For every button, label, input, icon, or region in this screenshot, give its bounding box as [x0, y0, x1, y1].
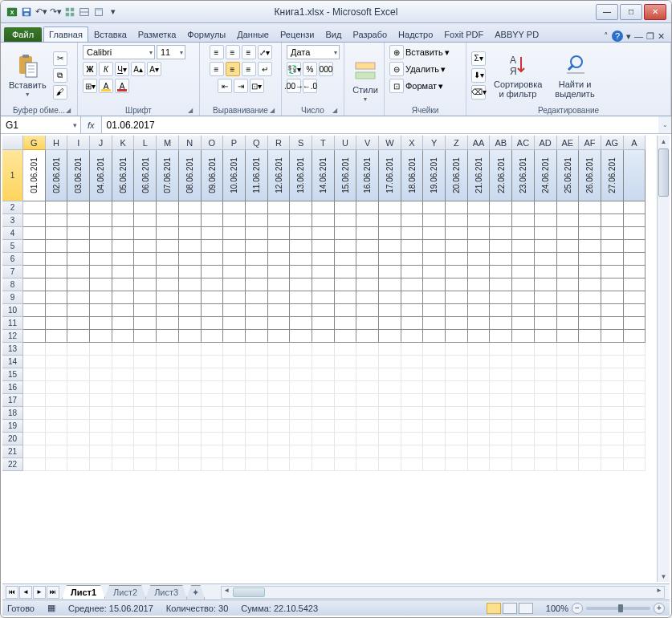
cell[interactable] [335, 368, 357, 381]
column-header[interactable]: Z [446, 136, 468, 150]
cell[interactable] [67, 433, 90, 445]
cell[interactable] [112, 381, 135, 394]
cut-icon[interactable]: ✂ [53, 51, 67, 66]
cell[interactable] [112, 266, 135, 279]
cell[interactable] [223, 253, 246, 266]
cell[interactable] [290, 394, 312, 407]
cell[interactable] [601, 445, 624, 458]
cell[interactable] [401, 240, 424, 253]
column-header[interactable]: AF [579, 136, 601, 150]
cell[interactable] [423, 343, 446, 356]
sheet-tab[interactable]: Лист3 [145, 585, 187, 599]
cell[interactable] [157, 214, 179, 227]
cell[interactable] [223, 445, 246, 458]
cell[interactable] [312, 253, 335, 266]
cell[interactable] [67, 317, 90, 330]
cell[interactable] [112, 279, 135, 291]
cell[interactable] [90, 356, 112, 368]
cell[interactable] [379, 304, 401, 317]
column-header[interactable]: J [90, 136, 112, 150]
cell[interactable] [490, 394, 512, 407]
cell[interactable] [557, 343, 580, 356]
cell[interactable] [557, 445, 580, 458]
cell[interactable] [535, 343, 557, 356]
align-launcher-icon[interactable]: ◢ [268, 107, 276, 115]
view-layout-icon[interactable] [503, 603, 517, 614]
cell[interactable] [290, 253, 312, 266]
cell[interactable] [579, 445, 601, 458]
cell[interactable] [90, 330, 112, 343]
styles-button[interactable]: Стили ▼ [349, 56, 381, 104]
cell[interactable] [23, 368, 46, 381]
cell[interactable] [312, 407, 335, 420]
cell[interactable] [624, 407, 646, 420]
cell[interactable] [490, 214, 512, 227]
cell[interactable] [579, 330, 601, 343]
ribbon-tab[interactable]: Рецензи [275, 26, 320, 42]
cell[interactable] [67, 279, 90, 291]
cell[interactable] [23, 445, 46, 458]
cell[interactable] [23, 330, 46, 343]
cell[interactable] [446, 304, 468, 317]
cell[interactable] [335, 407, 357, 420]
align-center-icon[interactable]: ≡ [226, 62, 240, 76]
cell[interactable] [601, 304, 624, 317]
cell[interactable] [134, 266, 157, 279]
cell[interactable] [624, 394, 646, 407]
cell[interactable] [490, 304, 512, 317]
cell[interactable] [601, 266, 624, 279]
cell[interactable] [557, 304, 580, 317]
cell[interactable] [179, 368, 202, 381]
cell[interactable] [46, 266, 68, 279]
cell[interactable] [179, 433, 202, 445]
cell[interactable] [268, 279, 291, 291]
column-header[interactable]: L [134, 136, 157, 150]
cell[interactable] [335, 330, 357, 343]
cell[interactable] [23, 407, 46, 420]
cell[interactable] [246, 394, 268, 407]
cell[interactable]: 22.06.201 [490, 150, 512, 201]
cell[interactable] [202, 381, 224, 394]
cell[interactable] [468, 279, 491, 291]
cell[interactable] [246, 317, 268, 330]
cell[interactable] [157, 433, 179, 445]
cell[interactable] [90, 433, 112, 445]
cell[interactable] [179, 291, 202, 304]
cell[interactable] [446, 317, 468, 330]
cell[interactable] [535, 407, 557, 420]
cell[interactable] [157, 266, 179, 279]
cell[interactable]: 13.06.201 [290, 150, 312, 201]
cell[interactable] [512, 304, 535, 317]
cell[interactable] [112, 343, 135, 356]
comma-icon[interactable]: 000 [319, 62, 333, 76]
cell[interactable] [112, 394, 135, 407]
cell[interactable] [423, 330, 446, 343]
cell[interactable] [202, 291, 224, 304]
cell[interactable] [112, 214, 135, 227]
cell[interactable] [290, 266, 312, 279]
cell[interactable] [624, 368, 646, 381]
cell[interactable] [90, 458, 112, 471]
cell[interactable] [67, 330, 90, 343]
format-cells-button[interactable]: ⊡Формат ▾ [389, 79, 461, 93]
cell[interactable] [579, 420, 601, 433]
new-sheet-button[interactable]: ✦ [186, 585, 205, 600]
cell[interactable] [401, 266, 424, 279]
cell[interactable] [202, 279, 224, 291]
cell[interactable] [356, 343, 379, 356]
cell[interactable] [223, 420, 246, 433]
cell[interactable] [134, 201, 157, 214]
cell[interactable] [223, 458, 246, 471]
cell[interactable] [423, 266, 446, 279]
cell[interactable] [446, 201, 468, 214]
cell[interactable] [379, 368, 401, 381]
cell[interactable]: 17.06.201 [379, 150, 401, 201]
cell[interactable] [90, 343, 112, 356]
cell[interactable] [356, 214, 379, 227]
cell[interactable] [112, 201, 135, 214]
cell[interactable] [468, 330, 491, 343]
cell[interactable] [112, 253, 135, 266]
cell[interactable] [157, 304, 179, 317]
cell[interactable] [379, 227, 401, 240]
cell[interactable]: 05.06.201 [112, 150, 135, 201]
